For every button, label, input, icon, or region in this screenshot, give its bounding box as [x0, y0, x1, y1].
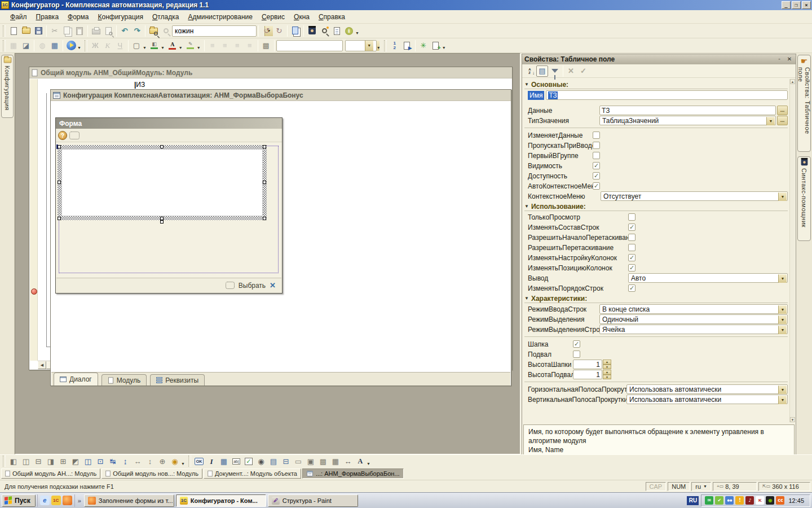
delete-icon[interactable]: ✕	[565, 65, 577, 77]
quick-launch-overflow[interactable]: »	[78, 497, 81, 504]
ellipsis-button[interactable]: ...	[777, 116, 788, 125]
property-spin-input[interactable]: 1	[573, 360, 602, 369]
ellipsis-button[interactable]: ...	[777, 106, 788, 115]
kaspersky-tray-icon[interactable]: K	[756, 496, 764, 505]
align-left-edges-icon[interactable]: ◧	[7, 455, 20, 467]
nvidia-tray-icon[interactable]: ◉	[766, 496, 774, 505]
dropdown-arrow-icon[interactable]: ▼	[355, 31, 359, 35]
numbering-icon[interactable]: 12	[389, 40, 401, 52]
property-checkbox[interactable]	[593, 142, 600, 149]
spreadsheet-icon[interactable]: ▦	[329, 455, 342, 467]
minimize-button[interactable]: _	[782, 1, 791, 9]
new-document-icon[interactable]	[7, 25, 20, 37]
module-window-titlebar[interactable]: Общий модуль АНМ_ОбщийМодуль: Модуль	[29, 67, 512, 78]
borders-icon[interactable]: ▢	[130, 40, 143, 52]
window-button[interactable]: Общий модуль нов...: Модуль	[102, 468, 202, 479]
window-button[interactable]: Документ...: Модуль объекта	[204, 468, 301, 479]
toolbar-grip[interactable]	[188, 456, 191, 467]
form-editor-titlebar[interactable]: Конфигурация КомплекснаяАвтоматизация: А…	[51, 90, 511, 101]
menu-форма[interactable]: Форма	[63, 11, 93, 23]
dropdown-arrow-icon[interactable]: ▼	[143, 46, 147, 50]
selection-handle[interactable]	[58, 217, 61, 220]
align-bottom-edges-icon[interactable]: ⊟	[32, 455, 45, 467]
menu-справка[interactable]: Справка	[314, 11, 350, 23]
center-vertically-icon[interactable]: ⊡	[94, 455, 107, 467]
menu-правка[interactable]: Правка	[32, 11, 64, 23]
close-properties-button[interactable]: ✕	[785, 56, 793, 63]
dropdown-arrow-icon[interactable]: ▼	[179, 46, 183, 50]
toolbar-grip[interactable]	[3, 456, 6, 467]
property-checkbox[interactable]: ✓	[593, 172, 600, 179]
select-frame-icon[interactable]	[69, 132, 80, 139]
property-checkbox[interactable]: ✓	[628, 264, 636, 271]
form-canvas[interactable]	[56, 142, 281, 278]
menu-сервис[interactable]: Сервис	[257, 11, 289, 23]
property-select[interactable]: Авто▼	[628, 273, 788, 283]
menu-администрирование[interactable]: Администрирование	[183, 11, 257, 23]
breakpoint-marker[interactable]	[31, 288, 37, 295]
module-text-icon[interactable]: ▦	[7, 40, 20, 52]
breakpoint-margin[interactable]	[30, 79, 38, 361]
scroll-down-icon[interactable]: ▼	[790, 417, 795, 422]
zoom-input[interactable]	[346, 41, 365, 50]
language-indicator[interactable]: RU	[687, 496, 699, 505]
property-select[interactable]: В конце списка▼	[599, 304, 788, 314]
start-button[interactable]: Пуск	[2, 494, 36, 507]
align-justify-icon[interactable]: ≡	[244, 40, 256, 52]
table-field-icon[interactable]: ▦	[48, 40, 61, 52]
syntax-search-icon[interactable]	[318, 25, 330, 37]
tab-диалог[interactable]: Диалог	[54, 373, 98, 386]
property-section-header[interactable]: ▼Основные:	[524, 80, 788, 89]
dropdown-button[interactable]: ▼	[778, 192, 787, 201]
toolbar-grip[interactable]	[3, 40, 6, 51]
highlight-color-icon[interactable]: ✎	[184, 40, 197, 52]
text-control-icon[interactable]: A	[354, 455, 367, 467]
name-input[interactable]: ТЗ	[546, 90, 788, 100]
right-tab-syntax-helper[interactable]: Синтакс-помощник	[797, 156, 811, 241]
open-icon[interactable]	[20, 25, 32, 37]
table-field-control[interactable]	[61, 149, 263, 216]
sort-az-icon[interactable]: AZ↓	[524, 65, 536, 77]
fill-color-icon[interactable]: ◧	[148, 40, 161, 52]
dropdown-arrow-icon[interactable]: ▼	[197, 46, 201, 50]
property-checkbox[interactable]: ✓	[593, 182, 600, 190]
align-top-edges-icon[interactable]: ⊞	[57, 455, 69, 467]
property-checkbox[interactable]	[628, 244, 636, 251]
property-select[interactable]: Ячейка▼	[599, 325, 788, 334]
filter-icon[interactable]	[549, 65, 561, 77]
cut-icon[interactable]: ✂	[48, 25, 61, 37]
properties-titlebar[interactable]: Свойства: Табличное поле ◦ ✕	[522, 54, 796, 64]
categories-icon[interactable]: ▤	[536, 65, 548, 77]
selection-handle[interactable]	[263, 217, 266, 220]
property-checkbox[interactable]	[573, 351, 580, 358]
dropdown-button[interactable]: ▼	[766, 117, 775, 125]
print-preview-icon[interactable]	[102, 25, 114, 37]
apply-icon[interactable]: ✓	[577, 65, 589, 77]
font-color-icon[interactable]: А	[166, 40, 179, 52]
internet-explorer-icon[interactable]: e	[40, 496, 50, 505]
splitter-icon[interactable]: ↔	[342, 455, 354, 467]
frame-icon[interactable]: ▭	[292, 455, 304, 467]
pin-button[interactable]: ◦	[775, 56, 783, 63]
window-button[interactable]: ...: АНМ_ФормаВыбораБон...	[302, 468, 404, 479]
find-previous-icon[interactable]: ↺	[261, 25, 273, 37]
property-select[interactable]: Использовать автоматически▼	[626, 395, 788, 404]
print-icon[interactable]	[90, 25, 102, 37]
paste-icon[interactable]	[73, 25, 86, 37]
dropdown-arrow-icon[interactable]: ▼	[367, 462, 370, 466]
scroll-up-icon[interactable]: ▲	[790, 79, 795, 84]
network-tray-icon[interactable]: ●●	[725, 496, 734, 505]
menu-файл[interactable]: Файл	[6, 11, 32, 23]
save-icon[interactable]	[32, 25, 45, 37]
picture-icon[interactable]: ▩	[317, 455, 329, 467]
search-input[interactable]	[173, 27, 264, 36]
property-select[interactable]: Одиночный▼	[599, 314, 788, 324]
dropdown-arrow-icon[interactable]: ▼	[77, 46, 81, 50]
property-checkbox[interactable]: ✓	[628, 284, 636, 292]
selection-handle[interactable]	[58, 145, 61, 148]
center-horizontally-icon[interactable]: ◫	[82, 455, 94, 467]
hints-icon[interactable]: ◉	[169, 455, 181, 467]
toolbar-grip[interactable]	[384, 40, 387, 51]
keyboard-lang-indicator[interactable]: ru▼	[691, 482, 711, 491]
scroll-left-button[interactable]: ◀	[38, 361, 46, 369]
